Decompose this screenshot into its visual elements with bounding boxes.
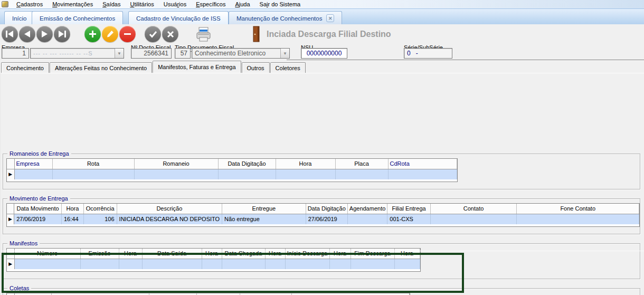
column-header[interactable]: Filial Entrega bbox=[387, 204, 430, 214]
table-cell[interactable] bbox=[517, 214, 639, 224]
menu-item-específicos[interactable]: Específicos bbox=[191, 0, 230, 8]
column-header[interactable]: Ocorrência bbox=[83, 204, 117, 214]
divider-line bbox=[287, 60, 644, 61]
tipo-documento-code-field[interactable]: 57 bbox=[175, 48, 191, 59]
menu-item-usuários[interactable]: Usuários bbox=[159, 0, 191, 8]
column-header[interactable]: Entregue bbox=[222, 204, 306, 214]
table-cell[interactable]: 27/06/2019 bbox=[14, 214, 62, 224]
menu-item-cadastros[interactable]: Cadastros bbox=[12, 0, 48, 8]
confirm-button[interactable] bbox=[145, 26, 161, 42]
prior-record-button[interactable] bbox=[19, 26, 35, 42]
app-icon bbox=[2, 1, 8, 7]
divider-line bbox=[1, 251, 644, 251]
column-header[interactable]: CdRota bbox=[388, 159, 457, 169]
edit-record-button[interactable] bbox=[102, 26, 118, 42]
table-cell[interactable] bbox=[388, 169, 457, 179]
tab-emissão-de-conhecimentos[interactable]: Emissão de Conhecimentos bbox=[32, 11, 123, 25]
table-cell[interactable] bbox=[134, 169, 218, 179]
column-header[interactable]: Hora bbox=[276, 159, 335, 169]
print-button[interactable] bbox=[195, 26, 212, 45]
empresa-code-field[interactable]: 1 bbox=[2, 48, 29, 59]
groupbox-title: Manifestos bbox=[7, 240, 40, 246]
tab-label: Cadastro de Vinculação de ISS bbox=[136, 15, 221, 22]
subtab-conhecimento[interactable]: Conhecimento bbox=[1, 62, 49, 73]
chevron-down-icon[interactable]: ▼ bbox=[280, 49, 289, 58]
subtab-coletores[interactable]: Coletores bbox=[270, 62, 306, 73]
table-cell[interactable]: 106 bbox=[83, 214, 117, 224]
row-selector-arrow-icon: ▶ bbox=[7, 214, 14, 224]
tipo-documento-combo[interactable]: Conhecimento Eletronico ▼ bbox=[192, 48, 290, 59]
chevron-down-icon[interactable]: ▼ bbox=[115, 49, 124, 58]
tab-label: Início bbox=[12, 15, 27, 22]
data-grid: EmpresaRotaRomaneioData DigitaçãoHoraPla… bbox=[6, 158, 458, 182]
table-cell[interactable] bbox=[347, 214, 387, 224]
delete-record-button[interactable] bbox=[119, 26, 136, 42]
column-header[interactable]: Romaneio bbox=[134, 159, 218, 169]
groupbox-title: Movimento de Entrega bbox=[7, 195, 70, 202]
row-selector-header bbox=[7, 204, 14, 214]
menu-item-movimentações[interactable]: Movimentações bbox=[48, 0, 98, 8]
first-record-button[interactable] bbox=[2, 26, 18, 42]
menu-item-utilitários[interactable]: Utilitários bbox=[125, 0, 158, 8]
column-header[interactable]: Empresa bbox=[14, 159, 52, 169]
tab-label: Emissão de Conhecimentos bbox=[40, 15, 115, 22]
sub-tab-bar: ConhecimentoAlterações Feitas no Conheci… bbox=[1, 62, 476, 73]
nsu-field[interactable]: 0000000000 bbox=[301, 48, 347, 59]
cancel-button[interactable] bbox=[162, 26, 178, 42]
menu-item-sair-do-sistema[interactable]: Sair do Sistema bbox=[255, 0, 306, 8]
column-header[interactable]: Data Movimento bbox=[14, 204, 62, 214]
exit-door-button[interactable] bbox=[252, 26, 261, 44]
column-header[interactable]: Fone Contato bbox=[517, 204, 639, 214]
groupbox-title: Romaneios de Entrega bbox=[7, 150, 71, 157]
column-header[interactable]: Data Digitação bbox=[218, 159, 276, 169]
table-cell[interactable]: 27/06/2019 bbox=[306, 214, 347, 224]
menu-item-saídas[interactable]: Saídas bbox=[98, 0, 125, 8]
table-cell[interactable]: 16:44 bbox=[62, 214, 84, 224]
table-cell[interactable] bbox=[52, 169, 134, 179]
highlight-annotation-box bbox=[2, 253, 464, 293]
table-row[interactable]: ▶ bbox=[7, 169, 457, 179]
column-header[interactable]: Hora bbox=[62, 204, 84, 214]
menubar: CadastrosMovimentaçõesSaídasUtilitáriosU… bbox=[0, 0, 644, 8]
serie-subserie-field[interactable]: 0 - bbox=[404, 48, 452, 59]
row-selector-arrow-icon: ▶ bbox=[7, 169, 14, 179]
subtab-outros[interactable]: Outros bbox=[242, 62, 270, 73]
data-grid: DescriçãoColetaEmissãoRequisitanteNomeNr… bbox=[6, 293, 410, 295]
table-cell[interactable]: Não entregue bbox=[222, 214, 306, 224]
empresa-combo[interactable]: --- -- --- ------ -- --S ▼ bbox=[30, 48, 124, 59]
docto-fiscal-field[interactable]: 2566341 bbox=[131, 48, 172, 59]
subtab-manifestos-faturas-e-entrega[interactable]: Manifestos, Faturas e Entrega bbox=[153, 61, 241, 73]
table-cell[interactable] bbox=[276, 169, 335, 179]
table-cell[interactable]: 001-CXS bbox=[387, 214, 430, 224]
toolbar: Inciada Descarga Filial Destino bbox=[0, 24, 644, 44]
column-header[interactable]: Rota bbox=[52, 159, 134, 169]
groupbox-movimento-de-entrega: Movimento de EntregaData MovimentoHoraOc… bbox=[3, 198, 640, 234]
tab-manutenção-de-conhecimentos[interactable]: Manutenção de Conhecimentos✕ bbox=[229, 11, 342, 25]
insert-record-button[interactable] bbox=[84, 26, 101, 42]
data-grid: Data MovimentoHoraOcorrênciaDescriçãoEnt… bbox=[6, 203, 640, 227]
menu-item-ajuda[interactable]: Ajuda bbox=[230, 0, 254, 8]
column-header[interactable]: Agendamento bbox=[347, 204, 387, 214]
column-header[interactable]: Placa bbox=[335, 159, 388, 169]
column-header[interactable]: Contato bbox=[430, 204, 517, 214]
next-record-button[interactable] bbox=[36, 26, 53, 42]
app-window: CadastrosMovimentaçõesSaídasUtilitáriosU… bbox=[0, 0, 644, 295]
table-cell[interactable] bbox=[218, 169, 276, 179]
main-tab-bar: InícioEmissão de ConhecimentosCadastro d… bbox=[0, 8, 644, 24]
last-record-button[interactable] bbox=[54, 26, 70, 42]
table-cell[interactable]: INICIADA DESCARGA NO DEPOSITO bbox=[117, 214, 222, 224]
column-header[interactable]: Descrição bbox=[117, 204, 222, 214]
table-cell[interactable] bbox=[335, 169, 388, 179]
table-cell[interactable] bbox=[430, 214, 517, 224]
subtab-alterações-feitas-no-conhecimento[interactable]: Alterações Feitas no Conhecimento bbox=[50, 62, 152, 73]
tab-close-icon[interactable]: ✕ bbox=[326, 14, 334, 22]
tab-cadastro-de-vinculação-de-iss[interactable]: Cadastro de Vinculação de ISS bbox=[128, 11, 229, 25]
table-row[interactable]: ▶27/06/201916:44106INICIADA DESCARGA NO … bbox=[7, 214, 639, 224]
tab-início[interactable]: Início bbox=[4, 11, 35, 25]
status-text: Inciada Descarga Filial Destino bbox=[267, 30, 391, 39]
row-selector-header bbox=[7, 159, 14, 169]
column-header[interactable]: Data Digitação bbox=[306, 204, 347, 214]
tab-label: Manutenção de Conhecimentos bbox=[236, 15, 322, 22]
tab-page: Romaneios de EntregaEmpresaRotaRomaneioD… bbox=[0, 73, 644, 295]
table-cell[interactable] bbox=[14, 169, 52, 179]
